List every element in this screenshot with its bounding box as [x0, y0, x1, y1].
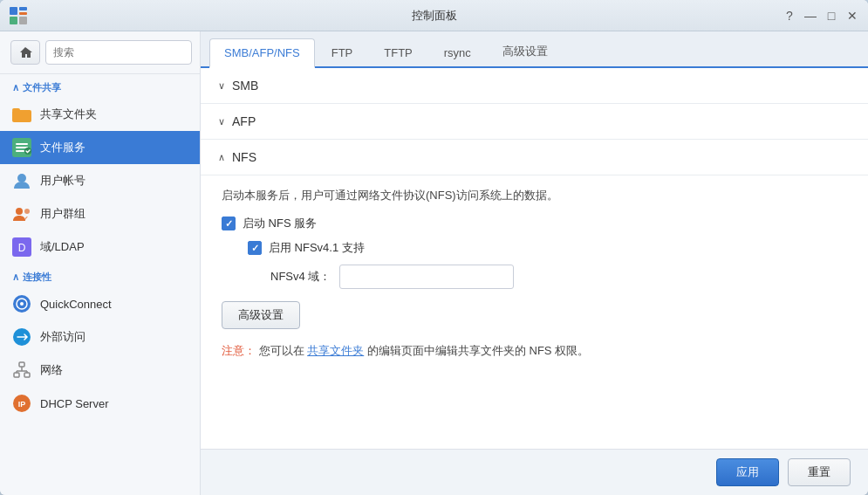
svg-rect-8	[16, 143, 28, 145]
sidebar-item-label: 域/LDAP	[40, 239, 85, 255]
note-suffix: 的编辑页面中编辑共享文件夹的 NFS 权限。	[367, 344, 589, 357]
home-button[interactable]	[10, 40, 40, 65]
sidebar-item-label: 用户群组	[40, 206, 85, 222]
nfs-description: 启动本服务后，用户可通过网络文件协议(NFS)访问系统上的数据。	[222, 188, 847, 203]
shared-folder-link[interactable]: 共享文件夹	[307, 344, 364, 357]
svg-rect-23	[24, 373, 30, 377]
folder-icon	[12, 105, 31, 124]
nfsv41-enable-checkbox[interactable]: ✓	[248, 241, 262, 255]
svg-rect-5	[12, 110, 31, 122]
main-window: 控制面板 ? — □ ✕ ∧ 文件共享	[0, 0, 868, 495]
nfsv4-domain-input[interactable]	[339, 265, 514, 289]
sidebar-item-label: DHCP Server	[40, 397, 109, 410]
sidebar-section-connectivity: ∧ 连接性	[0, 264, 200, 287]
window-controls: ? — □ ✕	[783, 9, 859, 23]
checkmark-icon: ✓	[225, 218, 233, 230]
svg-text:D: D	[18, 242, 26, 254]
sidebar: ∧ 文件共享 共享文件夹	[0, 31, 201, 495]
fileservice-icon	[12, 138, 31, 157]
nfsv4-domain-label: NFSv4 域：	[270, 269, 331, 285]
tab-tftp[interactable]: TFTP	[369, 38, 427, 66]
main-layout: ∧ 文件共享 共享文件夹	[0, 31, 868, 495]
smb-label: SMB	[232, 79, 258, 93]
sidebar-item-domain-ldap[interactable]: D 域/LDAP	[0, 230, 200, 264]
nfsv41-enable-row: ✓ 启用 NFSv4.1 支持	[248, 240, 847, 256]
nfs-chevron-icon: ∧	[218, 152, 225, 163]
svg-rect-1	[19, 7, 27, 10]
nfs-label: NFS	[232, 150, 256, 164]
note-label: 注意：	[222, 344, 256, 357]
content-footer: 应用 重置	[201, 449, 868, 495]
user-icon	[12, 171, 31, 190]
svg-rect-22	[14, 373, 19, 377]
svg-rect-2	[19, 12, 27, 15]
nfs-advanced-button[interactable]: 高级设置	[222, 301, 300, 329]
note-text: 您可以在	[259, 344, 304, 357]
smb-chevron-icon: ∨	[218, 80, 225, 92]
nfs-enable-row: ✓ 启动 NFS 服务	[222, 216, 847, 231]
sidebar-item-label: 网络	[40, 362, 63, 378]
maximize-button[interactable]: □	[824, 9, 838, 23]
svg-point-19	[20, 302, 24, 306]
network-icon	[12, 361, 31, 380]
sidebar-item-user-group[interactable]: 用户群组	[0, 197, 200, 230]
sidebar-item-shared-folder[interactable]: 共享文件夹	[0, 98, 200, 131]
sidebar-item-dhcp-server[interactable]: IP DHCP Server	[0, 387, 200, 420]
external-access-icon	[12, 327, 31, 347]
afp-chevron-icon: ∨	[218, 116, 225, 127]
nfsv41-enable-label: 启用 NFSv4.1 支持	[269, 240, 365, 256]
sidebar-item-user-account[interactable]: 用户帐号	[0, 164, 200, 197]
chevron-connectivity-icon: ∧	[12, 272, 19, 283]
tab-advanced[interactable]: 高级设置	[488, 36, 563, 66]
svg-point-13	[16, 208, 23, 215]
tab-bar: SMB/AFP/NFS FTP TFTP rsync 高级设置	[201, 31, 868, 68]
tab-smb-afp-nfs[interactable]: SMB/AFP/NFS	[209, 38, 315, 68]
help-button[interactable]: ?	[783, 9, 796, 23]
sidebar-item-file-service[interactable]: 文件服务	[0, 131, 200, 164]
sidebar-search-bar	[0, 31, 200, 74]
afp-label: AFP	[232, 114, 256, 128]
apply-button[interactable]: 应用	[716, 458, 779, 486]
chevron-filesharing-icon: ∧	[12, 82, 19, 93]
svg-rect-6	[12, 108, 20, 112]
sidebar-section-filesharing: ∧ 文件共享	[0, 74, 200, 98]
svg-rect-4	[19, 17, 27, 24]
content-body: ∨ SMB ∨ AFP ∧ NFS 启动本服务后，用户可通过网络文件协议(NFS…	[201, 68, 868, 449]
tab-rsync[interactable]: rsync	[429, 38, 486, 66]
svg-rect-21	[19, 362, 24, 367]
window-title: 控制面板	[412, 8, 457, 24]
svg-rect-10	[16, 150, 24, 152]
nfs-enable-label: 启动 NFS 服务	[243, 216, 317, 231]
sidebar-item-label: QuickConnect	[40, 298, 112, 311]
nfs-note: 注意： 您可以在 共享文件夹 的编辑页面中编辑共享文件夹的 NFS 权限。	[222, 343, 847, 359]
close-button[interactable]: ✕	[845, 9, 859, 23]
sidebar-item-label: 外部访问	[40, 329, 85, 345]
nfs-enable-checkbox[interactable]: ✓	[222, 217, 236, 230]
minimize-button[interactable]: —	[803, 9, 817, 23]
sidebar-item-external-access[interactable]: 外部访问	[0, 320, 200, 354]
nfsv4-domain-row: NFSv4 域：	[270, 265, 847, 289]
svg-point-12	[17, 174, 26, 182]
svg-rect-0	[10, 7, 17, 15]
checkmark2-icon: ✓	[251, 243, 259, 254]
content-area: SMB/AFP/NFS FTP TFTP rsync 高级设置 ∨ SMB ∨ …	[201, 31, 868, 495]
smb-section-header[interactable]: ∨ SMB	[201, 68, 868, 104]
svg-text:IP: IP	[18, 400, 26, 409]
usergroup-icon	[12, 204, 31, 223]
tab-ftp[interactable]: FTP	[317, 38, 368, 66]
reset-button[interactable]: 重置	[788, 458, 851, 486]
dhcp-icon: IP	[12, 394, 31, 413]
sidebar-item-quickconnect[interactable]: QuickConnect	[0, 287, 200, 320]
quickconnect-icon	[12, 294, 31, 313]
afp-section-header[interactable]: ∨ AFP	[201, 104, 868, 140]
search-input[interactable]	[45, 40, 192, 65]
app-logo	[9, 6, 28, 25]
sidebar-item-label: 共享文件夹	[40, 107, 97, 122]
svg-point-14	[24, 209, 30, 214]
sidebar-item-network[interactable]: 网络	[0, 354, 200, 387]
svg-rect-3	[10, 17, 17, 24]
titlebar: 控制面板 ? — □ ✕	[0, 0, 868, 31]
sidebar-item-label: 用户帐号	[40, 173, 85, 189]
nfs-content: 启动本服务后，用户可通过网络文件协议(NFS)访问系统上的数据。 ✓ 启动 NF…	[201, 175, 868, 371]
nfs-section-header[interactable]: ∧ NFS	[201, 140, 868, 175]
